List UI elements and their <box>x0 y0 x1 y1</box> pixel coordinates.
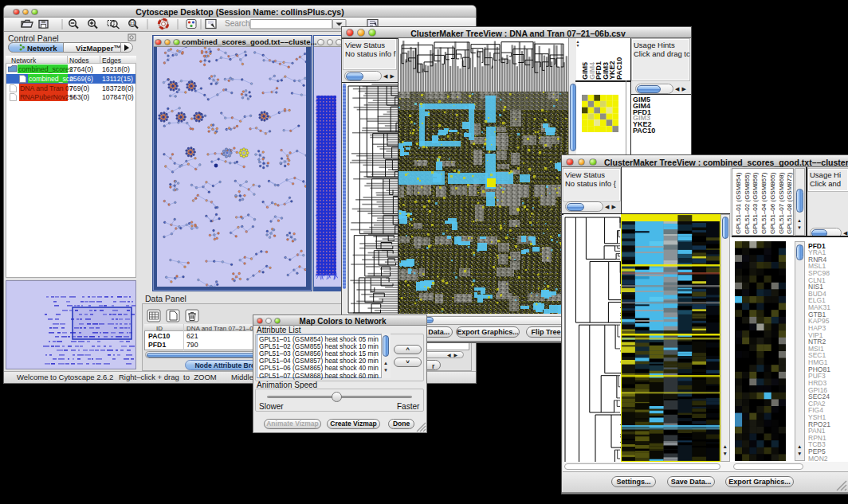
svg-text:Search:: Search: <box>225 19 252 28</box>
svg-text:1:1: 1:1 <box>130 21 135 25</box>
